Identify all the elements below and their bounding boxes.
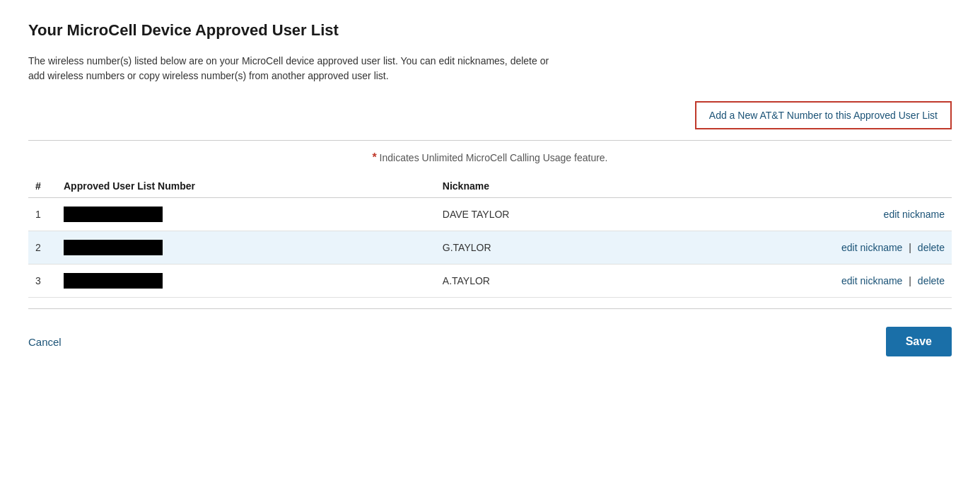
delete-link[interactable]: delete	[918, 275, 945, 286]
row-number: 1	[28, 198, 57, 231]
asterisk-symbol: *	[372, 151, 376, 163]
row-phone	[57, 198, 436, 231]
col-header-actions	[646, 175, 952, 198]
asterisk-note: * Indicates Unlimited MicroCell Calling …	[28, 151, 952, 164]
row-nickname: G.TAYLOR	[436, 231, 646, 265]
page-title: Your MicroCell Device Approved User List	[28, 21, 952, 40]
table-body: 1DAVE TAYLORedit nickname2G.TAYLORedit n…	[28, 198, 952, 298]
row-actions: edit nickname | delete	[646, 265, 952, 298]
footer-actions: Cancel Save	[28, 327, 952, 356]
edit-nickname-link[interactable]: edit nickname	[841, 275, 902, 286]
delete-link[interactable]: delete	[918, 242, 945, 253]
approved-user-table: # Approved User List Number Nickname 1DA…	[28, 175, 952, 298]
row-number: 3	[28, 265, 57, 298]
page-description: The wireless number(s) listed below are …	[28, 54, 559, 83]
action-separator: |	[906, 275, 914, 286]
col-header-num: #	[28, 175, 57, 198]
row-actions: edit nickname | delete	[646, 231, 952, 265]
edit-nickname-link[interactable]: edit nickname	[884, 209, 945, 220]
top-divider	[28, 140, 952, 141]
edit-nickname-link[interactable]: edit nickname	[841, 242, 902, 253]
table-row: 1DAVE TAYLORedit nickname	[28, 198, 952, 231]
cancel-link[interactable]: Cancel	[28, 336, 62, 348]
row-number: 2	[28, 231, 57, 265]
bottom-divider	[28, 308, 952, 309]
redacted-number	[64, 273, 163, 289]
redacted-number	[64, 207, 163, 222]
col-header-nickname: Nickname	[436, 175, 646, 198]
row-phone	[57, 231, 436, 265]
table-row: 2G.TAYLORedit nickname | delete	[28, 231, 952, 265]
table-header: # Approved User List Number Nickname	[28, 175, 952, 198]
add-number-button[interactable]: Add a New AT&T Number to this Approved U…	[695, 101, 952, 129]
row-phone	[57, 265, 436, 298]
save-button[interactable]: Save	[886, 327, 952, 356]
action-separator: |	[906, 242, 914, 253]
redacted-number	[64, 240, 163, 255]
row-nickname: DAVE TAYLOR	[436, 198, 646, 231]
table-row: 3A.TAYLORedit nickname | delete	[28, 265, 952, 298]
row-nickname: A.TAYLOR	[436, 265, 646, 298]
col-header-number: Approved User List Number	[57, 175, 436, 198]
row-actions: edit nickname	[646, 198, 952, 231]
asterisk-note-text: Indicates Unlimited MicroCell Calling Us…	[380, 152, 608, 163]
